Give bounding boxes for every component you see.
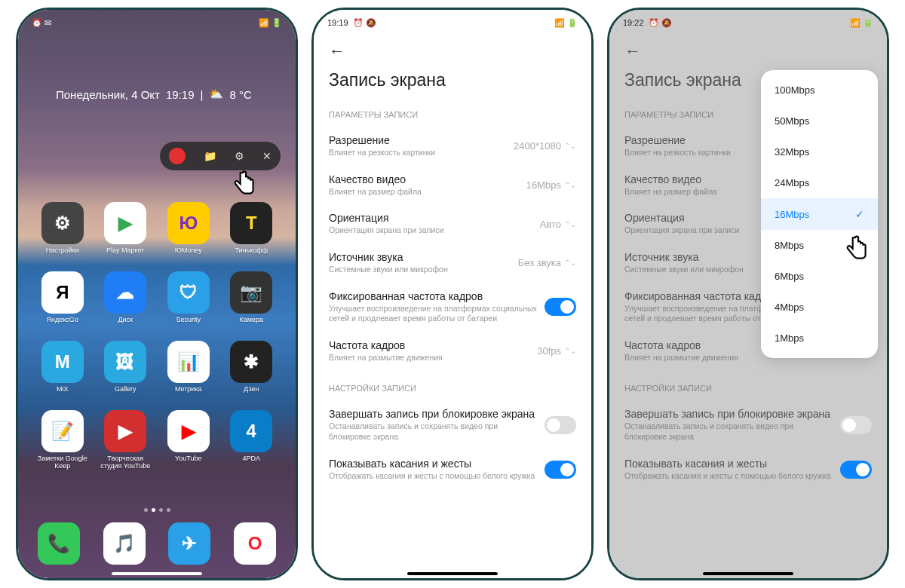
app-label: Творческая студия YouTube bbox=[99, 455, 152, 470]
recorder-toolbar[interactable]: 📁 ⚙ ✕ bbox=[160, 142, 281, 170]
row-subtitle: Влияет на резкость картинки bbox=[329, 148, 506, 158]
chevron-updown-icon: ⌃⌄ bbox=[564, 347, 576, 355]
row-subtitle: Останавливать запись и сохранять видео п… bbox=[329, 421, 537, 442]
app-label: Метрика bbox=[175, 386, 202, 394]
popup-option[interactable]: 32Mbps bbox=[761, 136, 878, 167]
app-icon: 📷 bbox=[230, 271, 272, 314]
popup-option[interactable]: 1Mbps bbox=[761, 323, 878, 354]
setting-row[interactable]: ОриентацияОриентация экрана при записиАв… bbox=[314, 204, 591, 243]
row-title: Завершать запись при блокировке экрана bbox=[624, 408, 833, 420]
app-label: Настройки bbox=[46, 247, 79, 255]
app-icon: ⚙ bbox=[41, 202, 84, 244]
status-bar: 19:19⏰ 🔕 📶 🔋 bbox=[314, 10, 591, 32]
popup-option[interactable]: 24Mbps bbox=[761, 167, 878, 198]
check-icon: ✓ bbox=[855, 208, 864, 220]
page-dots bbox=[18, 508, 296, 512]
row-title: Источник звука bbox=[329, 251, 511, 263]
chevron-updown-icon: ⌃⌄ bbox=[564, 142, 576, 150]
app-label: ЯндексGo bbox=[47, 317, 78, 324]
toggle[interactable] bbox=[840, 416, 872, 434]
app-icon: 🖼 bbox=[104, 341, 146, 383]
app-label: YouTube bbox=[175, 455, 201, 463]
app-label: MiX bbox=[57, 386, 69, 394]
app-Диск[interactable]: ☁Диск bbox=[98, 271, 154, 324]
record-button[interactable] bbox=[169, 148, 186, 164]
popup-option[interactable]: 100Mbps bbox=[761, 75, 878, 106]
row-title: Завершать запись при блокировке экрана bbox=[329, 408, 537, 420]
section-header: НАСТРОЙКИ ЗАПИСИ bbox=[314, 378, 591, 400]
setting-row[interactable]: Фиксированная частота кадровУлучшает вос… bbox=[314, 283, 591, 332]
app-Настройки[interactable]: ⚙Настройки bbox=[35, 202, 90, 255]
app-icon: ✱ bbox=[230, 341, 272, 383]
row-subtitle: Влияет на размер файла bbox=[329, 187, 519, 198]
app-YouTube[interactable]: ▶YouTube bbox=[161, 410, 216, 470]
bitrate-popup: 100Mbps50Mbps32Mbps24Mbps16Mbps✓8Mbps6Mb… bbox=[761, 70, 878, 358]
status-bar: 19:22⏰ 🔕 📶 🔋 bbox=[609, 10, 887, 32]
setting-row[interactable]: Завершать запись при блокировке экранаОс… bbox=[314, 400, 591, 449]
app-MiX[interactable]: MMiX bbox=[35, 341, 90, 394]
setting-row[interactable]: Частота кадровВлияет на размытие движени… bbox=[314, 332, 591, 371]
setting-row[interactable]: Источник звукаСистемные звуки или микроф… bbox=[314, 243, 591, 283]
row-subtitle: Системные звуки или микрофон bbox=[329, 265, 511, 275]
status-signal: 📶 🔋 bbox=[259, 18, 282, 28]
toggle[interactable] bbox=[545, 416, 576, 434]
popup-option[interactable]: 50Mbps bbox=[761, 106, 878, 136]
app-label: Тинькофф bbox=[235, 247, 268, 255]
setting-row[interactable]: Качество видеоВлияет на размер файла16Mb… bbox=[314, 166, 591, 205]
gear-icon[interactable]: ⚙ bbox=[235, 150, 244, 162]
popup-option[interactable]: 4Mbps bbox=[761, 292, 878, 323]
chevron-updown-icon: ⌃⌄ bbox=[564, 220, 576, 228]
close-icon[interactable]: ✕ bbox=[262, 150, 272, 162]
phone-home: ⏰ ✉ 📶 🔋 Понедельник, 4 Окт 19:19 | ⛅ 8 °… bbox=[16, 8, 298, 580]
row-subtitle: Улучшает воспроизведение на платформах с… bbox=[329, 304, 537, 324]
back-button[interactable]: ← bbox=[609, 32, 887, 66]
app-label: Диск bbox=[118, 317, 133, 324]
row-title: Показывать касания и жесты bbox=[624, 458, 833, 470]
cursor-hand-icon bbox=[232, 170, 258, 198]
weather-icon: ⛅ bbox=[209, 87, 223, 101]
app-Камера[interactable]: 📷Камера bbox=[224, 271, 280, 324]
toggle[interactable] bbox=[545, 461, 576, 479]
app-Gallery[interactable]: 🖼Gallery bbox=[98, 341, 154, 394]
weather-widget[interactable]: Понедельник, 4 Окт 19:19 | ⛅ 8 °С bbox=[56, 87, 252, 101]
popup-option[interactable]: 16Mbps✓ bbox=[761, 198, 878, 230]
app-label: Камера bbox=[240, 317, 263, 324]
setting-row[interactable]: РазрешениеВлияет на резкость картинки240… bbox=[314, 127, 591, 166]
toggle[interactable] bbox=[545, 298, 576, 316]
home-indicator[interactable] bbox=[407, 572, 498, 575]
folder-icon[interactable]: 📁 bbox=[204, 150, 216, 162]
setting-row[interactable]: Показывать касания и жестыОтображать кас… bbox=[609, 450, 887, 489]
dock-app[interactable]: ✈ bbox=[168, 522, 210, 565]
row-title: Фиксированная частота кадров bbox=[329, 290, 537, 302]
home-indicator[interactable] bbox=[112, 572, 202, 575]
section-header: ПАРАМЕТРЫ ЗАПИСИ bbox=[314, 104, 591, 127]
app-ЮMoney[interactable]: ЮЮMoney bbox=[161, 202, 216, 255]
row-subtitle: Отображать касания и жесты с помощью бел… bbox=[624, 471, 833, 482]
section-header: НАСТРОЙКИ ЗАПИСИ bbox=[609, 378, 887, 400]
app-4PDA[interactable]: 44PDA bbox=[224, 410, 280, 470]
dock-app[interactable]: 📞 bbox=[38, 522, 80, 565]
row-subtitle: Останавливать запись и сохранять видео п… bbox=[624, 421, 833, 442]
popup-option[interactable]: 6Mbps bbox=[761, 261, 878, 292]
app-Play Маркет[interactable]: ▶Play Маркет bbox=[98, 202, 154, 255]
app-Security[interactable]: 🛡Security bbox=[161, 271, 216, 324]
setting-row[interactable]: Показывать касания и жестыОтображать кас… bbox=[314, 450, 591, 489]
setting-row[interactable]: Завершать запись при блокировке экранаОс… bbox=[609, 400, 887, 449]
app-Тинькофф[interactable]: TТинькофф bbox=[224, 202, 280, 255]
app-Метрика[interactable]: 📊Метрика bbox=[161, 341, 216, 394]
back-button[interactable]: ← bbox=[314, 32, 591, 66]
dock-app[interactable]: 🎵 bbox=[103, 522, 146, 565]
app-Дзен[interactable]: ✱Дзен bbox=[224, 341, 280, 394]
home-indicator[interactable] bbox=[703, 572, 793, 575]
chevron-updown-icon: ⌃⌄ bbox=[564, 259, 576, 267]
app-ЯндексGo[interactable]: ЯЯндексGo bbox=[35, 271, 90, 324]
cursor-hand-icon bbox=[845, 234, 870, 263]
row-value: Авто⌃⌄ bbox=[540, 219, 576, 230]
app-Творческая студия YouTube[interactable]: ▶Творческая студия YouTube bbox=[98, 410, 154, 470]
row-title: Качество видео bbox=[329, 173, 519, 185]
dock-app[interactable]: O bbox=[234, 522, 276, 565]
app-Заметки Google Keep[interactable]: 📝Заметки Google Keep bbox=[35, 410, 90, 470]
app-label: Заметки Google Keep bbox=[36, 455, 89, 470]
app-icon: ☁ bbox=[104, 271, 146, 314]
toggle[interactable] bbox=[840, 461, 872, 479]
